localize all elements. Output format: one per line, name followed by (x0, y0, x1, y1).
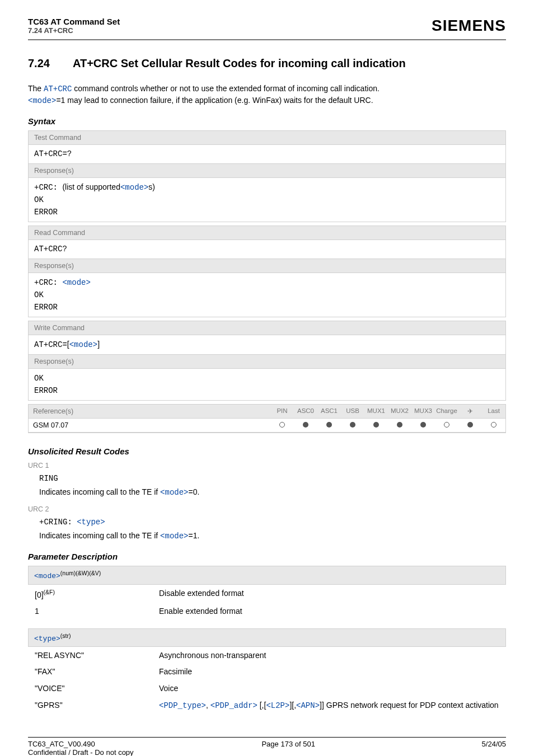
test-response-body: +CRC: (list of supported<mode>s) OK ERRO… (29, 178, 505, 222)
urc1-body: RING Indicates incoming call to the TE i… (39, 472, 506, 500)
dot-mux3 (411, 419, 435, 433)
intro-text3: =1 may lead to connection failure, if th… (56, 96, 373, 105)
intro-cmd-link[interactable]: AT+CRC (44, 84, 72, 93)
circle-full-icon (303, 422, 308, 428)
urc2-type-link[interactable]: <type> (77, 518, 105, 527)
param-mode-row-1: 1 Enable extended format (29, 604, 505, 619)
urc1-desc-post: =0. (189, 487, 200, 496)
write-response-body: OK ERROR (29, 369, 505, 400)
footer-row: TC63_ATC_V00.490 Page 173 of 501 5/24/05 (28, 740, 506, 748)
param-type-header: <type>(str) (28, 628, 506, 647)
col-mux3: MUX3 (411, 405, 435, 419)
urc2-desc-pre: Indicates incoming call to the TE if (39, 531, 160, 540)
test-resp-mode-link[interactable]: <mode> (120, 183, 148, 192)
col-usb: USB (341, 405, 364, 419)
write-mode-link[interactable]: <mode> (69, 340, 97, 349)
reference-grid: PIN ASC0 ASC1 USB MUX1 MUX2 MUX3 Charge … (270, 405, 505, 433)
read-command-header: Read Command (29, 226, 505, 240)
dot-pin (270, 419, 294, 433)
read-resp-mode-link[interactable]: <mode> (62, 278, 90, 287)
apn-link[interactable]: <APN> (296, 701, 320, 710)
dot-usb (341, 419, 364, 433)
dot-charge (435, 419, 458, 433)
param-type-table: "REL ASYNC" Asynchronous non-transparent… (28, 647, 506, 715)
footer-center: Page 173 of 501 (261, 740, 315, 748)
urc1-code: RING (39, 474, 58, 483)
param-type-key-0: "REL ASYNC" (29, 648, 152, 664)
doc-subtitle: 7.24 AT+CRC (28, 26, 120, 35)
param-type-desc-2: Voice (153, 681, 505, 697)
header-left: TC63 AT Command Set 7.24 AT+CRC (28, 17, 120, 35)
urc1-desc-pre: Indicates incoming call to the TE if (39, 487, 160, 496)
col-asc1: ASC1 (317, 405, 341, 419)
param-mode-keysup-0: (&F) (44, 589, 55, 595)
gprs-c1: , (206, 701, 210, 710)
circle-full-icon (397, 422, 402, 428)
write-ok: OK (34, 374, 44, 383)
footer-divider (28, 737, 506, 738)
param-type-block: <type>(str) "REL ASYNC" Asynchronous non… (28, 628, 506, 715)
read-ok: OK (34, 290, 44, 299)
param-type-name[interactable]: <type> (34, 635, 60, 643)
col-mux2: MUX2 (388, 405, 411, 419)
param-mode-desc-1: Enable extended format (153, 604, 505, 619)
dot-last (482, 419, 505, 433)
header-divider (28, 39, 506, 40)
footer-sub: Confidential / Draft - Do not copy (28, 748, 506, 756)
pdp-type-link[interactable]: <PDP_type> (159, 701, 206, 710)
urc1-label: URC 1 (28, 462, 506, 469)
reference-header: Reference(s) (29, 405, 270, 419)
test-response-header: Response(s) (29, 164, 505, 178)
param-type-desc-1: Facsimile (153, 664, 505, 680)
col-mux1: MUX1 (364, 405, 388, 419)
urc2-body: +CRING: <type> Indicates incoming call t… (39, 515, 506, 543)
reference-value: GSM 07.07 (29, 419, 270, 433)
reference-left: Reference(s) GSM 07.07 (29, 405, 270, 433)
urc1-mode-link[interactable]: <mode> (160, 488, 188, 497)
reference-table: Reference(s) GSM 07.07 PIN ASC0 ASC1 USB… (28, 404, 506, 433)
param-type-sup: (str) (60, 632, 71, 639)
pdp-addr-link[interactable]: <PDP_addr> (210, 701, 257, 710)
dot-mux2 (388, 419, 411, 433)
param-type-row-1: "FAX" Facsimile (29, 664, 505, 680)
param-mode-table: [0](&F) Disable extended format 1 Enable… (28, 585, 506, 621)
test-resp-list: (list of supported (62, 182, 120, 191)
write-bracket2: ] (97, 340, 100, 349)
write-error: ERROR (34, 386, 58, 395)
test-command-header: Test Command (29, 131, 505, 145)
circle-empty-icon (279, 422, 285, 428)
gprs-c3: ][, (289, 701, 296, 710)
section-number: 7.24 (28, 57, 73, 70)
urc2-code-pre: +CRING: (39, 518, 77, 527)
param-mode-name[interactable]: <mode> (34, 572, 60, 581)
page-footer: TC63_ATC_V00.490 Page 173 of 501 5/24/05… (28, 737, 506, 756)
circle-full-icon (350, 422, 355, 428)
param-type-row-0: "REL ASYNC" Asynchronous non-transparent (29, 648, 505, 664)
dot-mux1 (364, 419, 388, 433)
circle-full-icon (467, 422, 473, 428)
intro-mode-link[interactable]: <mode> (28, 96, 56, 105)
section-title: 7.24 AT+CRC Set Cellular Result Codes fo… (28, 57, 506, 70)
l2p-link[interactable]: <L2P> (266, 701, 289, 710)
param-type-key-1: "FAX" (29, 664, 152, 680)
footer-left: TC63_ATC_V00.490 (28, 740, 95, 748)
test-error: ERROR (34, 208, 58, 217)
test-ok: OK (34, 195, 44, 204)
param-mode-row-0: [0](&F) Disable extended format (29, 586, 505, 603)
intro-text1: The (28, 84, 44, 93)
param-type-row-2: "VOICE" Voice (29, 681, 505, 697)
urc2-label: URC 2 (28, 505, 506, 513)
col-charge: Charge (435, 405, 458, 419)
param-type-desc-gprs: <PDP_type>, <PDP_addr> [,[<L2P>][,<APN>]… (153, 698, 505, 714)
param-mode-block: <mode>(num)(&W)(&V) [0](&F) Disable exte… (28, 566, 506, 620)
write-command-cmd: AT+CRC=[<mode>] (29, 335, 505, 355)
col-asc0: ASC0 (294, 405, 317, 419)
urc2-mode-link[interactable]: <mode> (160, 532, 188, 541)
read-response-body: +CRC: <mode> OK ERROR (29, 273, 505, 317)
write-command-header: Write Command (29, 321, 505, 335)
page-header: TC63 AT Command Set 7.24 AT+CRC SIEMENS (28, 17, 506, 35)
write-response-header: Response(s) (29, 355, 505, 369)
param-mode-header: <mode>(num)(&W)(&V) (28, 566, 506, 584)
test-command-block: Test Command AT+CRC=? Response(s) +CRC: … (28, 130, 506, 222)
dot-asc0 (294, 419, 317, 433)
